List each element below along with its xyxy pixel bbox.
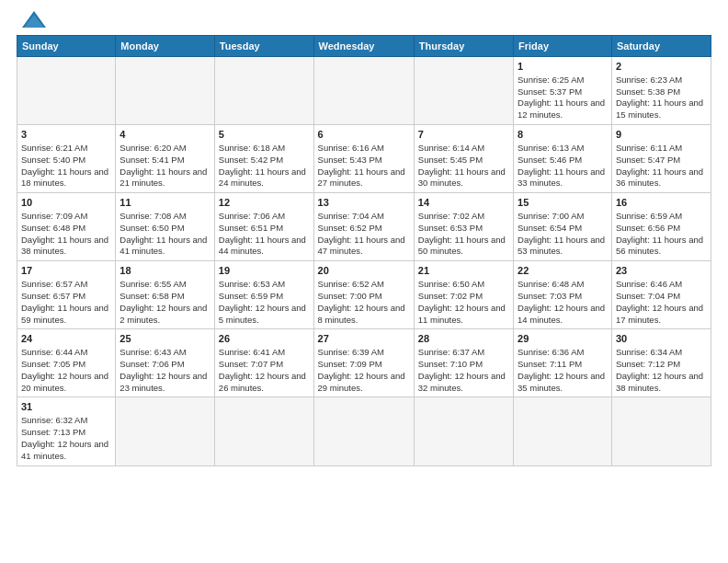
day-info: Sunrise: 6:25 AM Sunset: 5:37 PM Dayligh…: [518, 75, 608, 121]
day-info: Sunrise: 6:36 AM Sunset: 7:11 PM Dayligh…: [518, 347, 608, 394]
day-number: 23: [616, 264, 707, 278]
day-number: 17: [21, 264, 111, 278]
day-number: 7: [418, 128, 509, 142]
day-info: Sunrise: 6:11 AM Sunset: 5:47 PM Dayligh…: [616, 143, 707, 190]
day-number: 10: [21, 196, 111, 210]
week-row-6: 31Sunrise: 6:32 AM Sunset: 7:13 PM Dayli…: [17, 397, 711, 465]
day-cell: 26Sunrise: 6:41 AM Sunset: 7:07 PM Dayli…: [214, 329, 313, 397]
day-cell: 23Sunrise: 6:46 AM Sunset: 7:04 PM Dayli…: [611, 261, 711, 329]
day-cell: 11Sunrise: 7:08 AM Sunset: 6:50 PM Dayli…: [116, 193, 215, 261]
day-number: 26: [219, 332, 310, 346]
day-cell: 28Sunrise: 6:37 AM Sunset: 7:10 PM Dayli…: [414, 329, 513, 397]
day-cell: 2Sunrise: 6:23 AM Sunset: 5:38 PM Daylig…: [611, 57, 711, 125]
day-number: 20: [318, 264, 410, 278]
day-info: Sunrise: 6:18 AM Sunset: 5:42 PM Dayligh…: [219, 143, 310, 190]
day-info: Sunrise: 7:08 AM Sunset: 6:50 PM Dayligh…: [119, 211, 210, 258]
day-number: 11: [119, 196, 210, 210]
day-header-thursday: Thursday: [414, 36, 513, 57]
day-number: 16: [616, 196, 707, 210]
day-number: 8: [518, 128, 608, 142]
day-number: 2: [616, 60, 707, 74]
day-info: Sunrise: 6:23 AM Sunset: 5:38 PM Dayligh…: [616, 75, 707, 121]
day-cell: 30Sunrise: 6:34 AM Sunset: 7:12 PM Dayli…: [611, 329, 711, 397]
day-info: Sunrise: 6:39 AM Sunset: 7:09 PM Dayligh…: [318, 347, 410, 394]
header: [17, 9, 711, 29]
day-info: Sunrise: 6:44 AM Sunset: 7:05 PM Dayligh…: [21, 347, 111, 394]
logo: [17, 9, 48, 29]
day-number: 6: [318, 128, 410, 142]
day-info: Sunrise: 7:09 AM Sunset: 6:48 PM Dayligh…: [21, 211, 111, 258]
day-info: Sunrise: 6:14 AM Sunset: 5:45 PM Dayligh…: [418, 143, 509, 190]
day-cell: 4Sunrise: 6:20 AM Sunset: 5:41 PM Daylig…: [116, 125, 215, 193]
day-cell: 8Sunrise: 6:13 AM Sunset: 5:46 PM Daylig…: [514, 125, 612, 193]
day-cell: [116, 57, 215, 125]
day-info: Sunrise: 6:52 AM Sunset: 7:00 PM Dayligh…: [318, 279, 410, 326]
day-info: Sunrise: 7:00 AM Sunset: 6:54 PM Dayligh…: [518, 211, 608, 258]
day-cell: 22Sunrise: 6:48 AM Sunset: 7:03 PM Dayli…: [514, 261, 612, 329]
day-info: Sunrise: 6:21 AM Sunset: 5:40 PM Dayligh…: [21, 143, 111, 190]
day-cell: [313, 397, 414, 465]
day-info: Sunrise: 6:53 AM Sunset: 6:59 PM Dayligh…: [219, 279, 310, 326]
day-cell: 17Sunrise: 6:57 AM Sunset: 6:57 PM Dayli…: [17, 261, 116, 329]
day-cell: 6Sunrise: 6:16 AM Sunset: 5:43 PM Daylig…: [313, 125, 414, 193]
day-header-saturday: Saturday: [611, 36, 711, 57]
week-row-4: 17Sunrise: 6:57 AM Sunset: 6:57 PM Dayli…: [17, 261, 711, 329]
day-info: Sunrise: 6:59 AM Sunset: 6:56 PM Dayligh…: [616, 211, 707, 258]
day-number: 1: [518, 60, 608, 74]
day-number: 18: [119, 264, 210, 278]
day-cell: [116, 397, 215, 465]
logo-icon: [20, 9, 46, 29]
week-row-2: 3Sunrise: 6:21 AM Sunset: 5:40 PM Daylig…: [17, 125, 711, 193]
day-cell: [514, 397, 612, 465]
day-cell: 7Sunrise: 6:14 AM Sunset: 5:45 PM Daylig…: [414, 125, 513, 193]
day-info: Sunrise: 6:46 AM Sunset: 7:04 PM Dayligh…: [616, 279, 707, 326]
day-info: Sunrise: 6:55 AM Sunset: 6:58 PM Dayligh…: [119, 279, 210, 326]
day-cell: 13Sunrise: 7:04 AM Sunset: 6:52 PM Dayli…: [313, 193, 414, 261]
week-row-3: 10Sunrise: 7:09 AM Sunset: 6:48 PM Dayli…: [17, 193, 711, 261]
day-number: 25: [119, 332, 210, 346]
day-cell: 24Sunrise: 6:44 AM Sunset: 7:05 PM Dayli…: [17, 329, 116, 397]
day-cell: 25Sunrise: 6:43 AM Sunset: 7:06 PM Dayli…: [116, 329, 215, 397]
day-cell: 21Sunrise: 6:50 AM Sunset: 7:02 PM Dayli…: [414, 261, 513, 329]
day-number: 9: [616, 128, 707, 142]
day-cell: 27Sunrise: 6:39 AM Sunset: 7:09 PM Dayli…: [313, 329, 414, 397]
day-cell: 15Sunrise: 7:00 AM Sunset: 6:54 PM Dayli…: [514, 193, 612, 261]
day-cell: 29Sunrise: 6:36 AM Sunset: 7:11 PM Dayli…: [514, 329, 612, 397]
day-cell: 12Sunrise: 7:06 AM Sunset: 6:51 PM Dayli…: [214, 193, 313, 261]
day-header-sunday: Sunday: [17, 36, 116, 57]
day-cell: 14Sunrise: 7:02 AM Sunset: 6:53 PM Dayli…: [414, 193, 513, 261]
day-number: 22: [518, 264, 608, 278]
day-cell: [214, 57, 313, 125]
day-cell: [214, 397, 313, 465]
day-cell: 10Sunrise: 7:09 AM Sunset: 6:48 PM Dayli…: [17, 193, 116, 261]
day-number: 27: [318, 332, 410, 346]
day-info: Sunrise: 7:02 AM Sunset: 6:53 PM Dayligh…: [418, 211, 509, 258]
day-info: Sunrise: 6:48 AM Sunset: 7:03 PM Dayligh…: [518, 279, 608, 326]
day-cell: 16Sunrise: 6:59 AM Sunset: 6:56 PM Dayli…: [611, 193, 711, 261]
day-number: 21: [418, 264, 509, 278]
day-info: Sunrise: 6:43 AM Sunset: 7:06 PM Dayligh…: [119, 347, 210, 394]
day-number: 19: [219, 264, 310, 278]
day-info: Sunrise: 7:04 AM Sunset: 6:52 PM Dayligh…: [318, 211, 410, 258]
day-number: 13: [318, 196, 410, 210]
calendar-page: SundayMondayTuesdayWednesdayThursdayFrid…: [0, 0, 728, 476]
day-cell: [414, 397, 513, 465]
day-cell: 9Sunrise: 6:11 AM Sunset: 5:47 PM Daylig…: [611, 125, 711, 193]
header-row: SundayMondayTuesdayWednesdayThursdayFrid…: [17, 36, 711, 57]
day-info: Sunrise: 6:32 AM Sunset: 7:13 PM Dayligh…: [21, 415, 111, 462]
day-cell: 19Sunrise: 6:53 AM Sunset: 6:59 PM Dayli…: [214, 261, 313, 329]
day-number: 15: [518, 196, 608, 210]
day-info: Sunrise: 6:16 AM Sunset: 5:43 PM Dayligh…: [318, 143, 410, 190]
day-number: 30: [616, 332, 707, 346]
day-cell: 31Sunrise: 6:32 AM Sunset: 7:13 PM Dayli…: [17, 397, 116, 465]
day-header-tuesday: Tuesday: [214, 36, 313, 57]
day-cell: 20Sunrise: 6:52 AM Sunset: 7:00 PM Dayli…: [313, 261, 414, 329]
day-header-monday: Monday: [116, 36, 215, 57]
day-number: 31: [21, 400, 111, 414]
day-number: 4: [119, 128, 210, 142]
day-number: 29: [518, 332, 608, 346]
week-row-1: 1Sunrise: 6:25 AM Sunset: 5:37 PM Daylig…: [17, 57, 711, 125]
day-number: 24: [21, 332, 111, 346]
day-cell: 18Sunrise: 6:55 AM Sunset: 6:58 PM Dayli…: [116, 261, 215, 329]
day-header-wednesday: Wednesday: [313, 36, 414, 57]
